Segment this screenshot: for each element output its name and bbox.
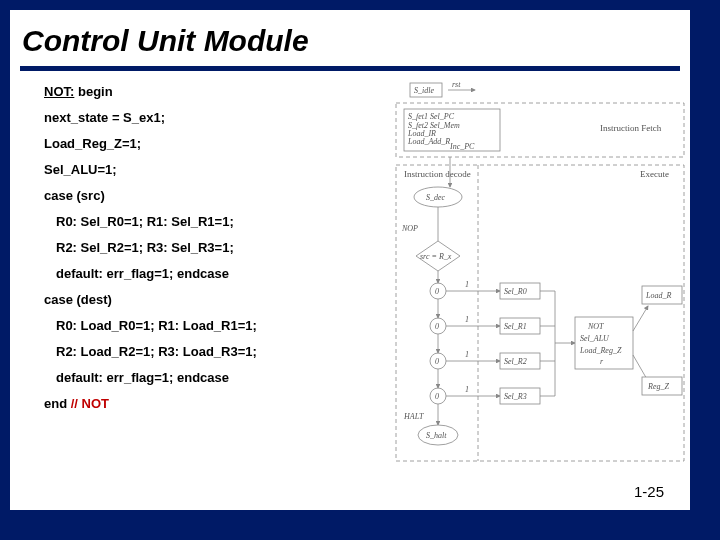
code-line: case (src) [44, 189, 384, 202]
svg-text:0: 0 [435, 357, 439, 366]
svg-text:Sel_R3: Sel_R3 [504, 392, 527, 401]
svg-text:HALT: HALT [403, 412, 424, 421]
code-line: Load_Reg_Z=1; [44, 137, 384, 150]
code-line: R2: Load_R2=1; R3: Load_R3=1; [44, 345, 384, 358]
svg-text:rst: rst [452, 81, 461, 89]
svg-rect-61 [575, 317, 633, 369]
decision-chain: 0 0 0 0 [430, 271, 446, 425]
svg-text:Load_R: Load_R [645, 291, 671, 300]
svg-text:Load_Add_R: Load_Add_R [407, 137, 450, 146]
body-row: NOT: begin next_state = S_ex1; Load_Reg_… [20, 85, 680, 466]
code-comment: // NOT [71, 396, 109, 411]
slide-title: Control Unit Module [20, 20, 680, 66]
svg-text:S_halt: S_halt [426, 431, 447, 440]
svg-text:Sel_ALU: Sel_ALU [580, 334, 610, 343]
code-block: NOT: begin next_state = S_ex1; Load_Reg_… [20, 85, 384, 423]
slide: Control Unit Module NOT: begin next_stat… [10, 10, 690, 510]
svg-text:Instruction Fetch: Instruction Fetch [600, 123, 662, 133]
svg-text:0: 0 [435, 287, 439, 296]
svg-text:Sel_R1: Sel_R1 [504, 322, 527, 331]
page-number: 1-25 [634, 483, 664, 500]
title-rule [20, 66, 680, 71]
leaf-branches: 1 Sel_R0 1 Sel_R1 1 Sel_R2 1 Sel_R3 [446, 280, 540, 404]
code-line: Sel_ALU=1; [44, 163, 384, 176]
svg-text:S_dec: S_dec [426, 193, 446, 202]
svg-text:Execute: Execute [640, 169, 669, 179]
svg-text:Instruction decode: Instruction decode [404, 169, 471, 179]
svg-text:Reg_Z: Reg_Z [647, 382, 669, 391]
svg-text:1: 1 [465, 350, 469, 359]
code-line: end // NOT [44, 397, 384, 410]
svg-rect-12 [396, 165, 684, 461]
code-line: R0: Load_R0=1; R1: Load_R1=1; [44, 319, 384, 332]
code-line: case (dest) [44, 293, 384, 306]
code-keyword: NOT: [44, 84, 74, 99]
diagram-svg: .bx { fill:#fff; stroke:#888; stroke-wid… [390, 81, 690, 466]
svg-text:S_fet1  Sel_PC: S_fet1 Sel_PC [408, 112, 455, 121]
svg-text:1: 1 [465, 385, 469, 394]
svg-text:Inc_PC: Inc_PC [449, 142, 475, 151]
code-line: default: err_flag=1; endcase [44, 267, 384, 280]
svg-text:S_idle: S_idle [414, 86, 434, 95]
code-line: next_state = S_ex1; [44, 111, 384, 124]
svg-text:NOT: NOT [587, 322, 604, 331]
svg-text:src = R_x: src = R_x [420, 252, 452, 261]
svg-text:Sel_R2: Sel_R2 [504, 357, 527, 366]
svg-text:Sel_R0: Sel_R0 [504, 287, 527, 296]
svg-text:1: 1 [465, 315, 469, 324]
code-line: NOT: begin [44, 85, 384, 98]
svg-text:0: 0 [435, 322, 439, 331]
svg-text:0: 0 [435, 392, 439, 401]
code-line: default: err_flag=1; endcase [44, 371, 384, 384]
code-line: R2: Sel_R2=1; R3: Sel_R3=1; [44, 241, 384, 254]
code-line: R0: Sel_R0=1; R1: Sel_R1=1; [44, 215, 384, 228]
svg-text:NOP: NOP [401, 224, 418, 233]
svg-text:Load_Reg_Z: Load_Reg_Z [579, 346, 622, 355]
fsm-diagram: .bx { fill:#fff; stroke:#888; stroke-wid… [390, 81, 690, 466]
svg-text:1: 1 [465, 280, 469, 289]
svg-line-66 [633, 306, 648, 331]
